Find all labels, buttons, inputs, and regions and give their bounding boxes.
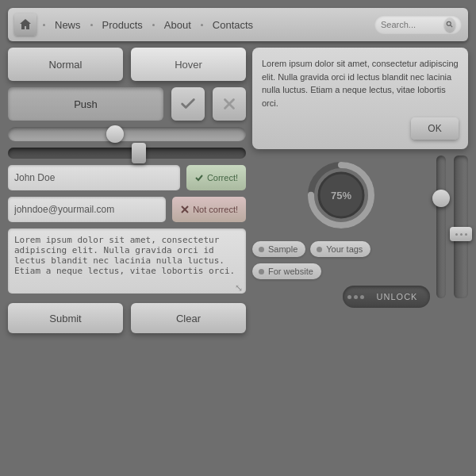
textarea-input[interactable]: Lorem ipsum dolor sit amet, consectetur …: [8, 228, 246, 294]
nav-separator: [43, 24, 45, 26]
dialog-box: Lorem ipsum dolor sit amet, consectetur …: [252, 48, 468, 149]
tag-dot: [259, 269, 264, 274]
v-slider-2-thumb[interactable]: [450, 227, 472, 241]
cross-icon[interactable]: [213, 87, 246, 121]
progress-label: 75%: [331, 190, 351, 202]
v-slider-2-wrap: [454, 155, 468, 298]
thumb-dot: [465, 233, 467, 236]
right-col: 75% Sample Your tags: [252, 155, 468, 308]
home-icon[interactable]: [14, 13, 36, 36]
slider-2-track[interactable]: [8, 148, 246, 159]
button-row-1: Normal Hover: [8, 48, 246, 81]
textarea-wrapper: Lorem ipsum dolor sit amet, consectetur …: [8, 228, 246, 297]
dialog-text: Lorem ipsum dolor sit amet, consectetur …: [262, 57, 459, 109]
incorrect-status: Not correct!: [172, 197, 246, 222]
tag-dot: [259, 247, 264, 252]
svg-point-0: [447, 21, 451, 25]
tag-your-tags[interactable]: Your tags: [310, 241, 370, 257]
tag-sample[interactable]: Sample: [252, 241, 305, 257]
circular-progress: 75%: [305, 159, 377, 231]
unlock-dot: [347, 295, 351, 299]
unlock-dot: [360, 295, 364, 299]
normal-button[interactable]: Normal: [8, 48, 123, 81]
left-panel: Normal Hover Push: [8, 48, 246, 333]
unlock-dot: [354, 295, 358, 299]
nav-item-products[interactable]: Products: [94, 19, 151, 31]
nav-separator: [201, 24, 203, 26]
search-input[interactable]: [381, 20, 444, 29]
nav-item-contacts[interactable]: Contacts: [205, 19, 261, 31]
v-slider-1-track[interactable]: [436, 155, 446, 298]
navbar: News Products About Contacts: [8, 8, 468, 41]
unlock-label: UNLOCK: [369, 292, 425, 301]
button-row-2: Push: [8, 87, 246, 121]
nav-separator: [90, 24, 93, 26]
v-slider-1-wrap: [436, 155, 446, 298]
ok-button[interactable]: OK: [411, 117, 459, 140]
svg-line-1: [451, 25, 453, 28]
tag-for-website[interactable]: For website: [252, 263, 321, 279]
right-col-main: 75% Sample Your tags: [252, 155, 430, 308]
name-field-row: Correct!: [8, 165, 246, 190]
email-field-row: Not correct!: [8, 197, 246, 222]
slider-1-thumb[interactable]: [106, 125, 124, 143]
v-slider-2-track[interactable]: [454, 155, 468, 298]
clear-button[interactable]: Clear: [131, 303, 246, 333]
unlock-toggle[interactable]: UNLOCK: [343, 286, 430, 308]
correct-status: Correct!: [186, 165, 246, 190]
unlock-row: UNLOCK: [252, 286, 430, 308]
bottom-buttons: Submit Clear: [8, 303, 246, 333]
search-box: [374, 15, 462, 34]
vertical-sliders: [436, 155, 468, 308]
search-button[interactable]: [444, 17, 455, 32]
thumb-dot: [460, 233, 463, 236]
main-content: Normal Hover Push: [8, 48, 468, 333]
thumb-dot: [455, 233, 458, 236]
tag-dot: [317, 247, 322, 252]
submit-button[interactable]: Submit: [8, 303, 123, 333]
nav-item-about[interactable]: About: [156, 19, 199, 31]
right-panel: Lorem ipsum dolor sit amet, consectetur …: [252, 48, 468, 333]
slider-1-track[interactable]: [8, 127, 246, 141]
tags-row-2: For website: [252, 263, 430, 279]
unlock-dots: [347, 295, 364, 299]
slider-2-thumb[interactable]: [132, 143, 146, 163]
checkmark-icon[interactable]: [171, 87, 205, 121]
email-input[interactable]: [8, 197, 166, 222]
hover-button[interactable]: Hover: [131, 48, 246, 81]
push-button[interactable]: Push: [8, 87, 163, 121]
nav-item-news[interactable]: News: [47, 19, 89, 31]
v-slider-1-thumb[interactable]: [432, 190, 450, 207]
name-input[interactable]: [8, 165, 180, 190]
nav-separator: [152, 24, 155, 26]
tags-row: Sample Your tags: [252, 241, 430, 257]
slider-container: [8, 127, 246, 159]
circular-progress-wrap: 75%: [252, 155, 430, 235]
resize-icon: ⤡: [235, 282, 243, 294]
